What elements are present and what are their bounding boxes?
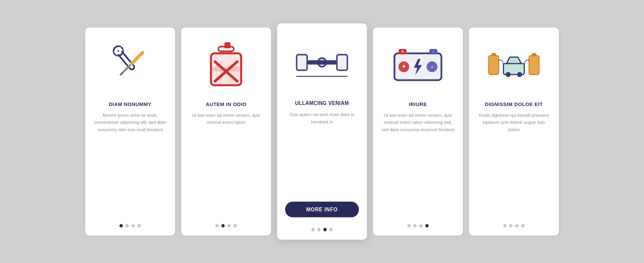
card-1-text: Morem ipsum dolor sit amet, consectetuer… <box>93 112 167 217</box>
cards-container: DIAM NONUMMY Morem ipsum dolor sit amet,… <box>72 14 572 249</box>
svg-rect-0 <box>116 49 135 70</box>
card-3-title: ULLAMCING VENIAM <box>295 100 349 106</box>
card-5-text: Kodio dignissim qui blandit praesent lup… <box>477 112 551 217</box>
dot <box>125 224 129 227</box>
svg-point-40 <box>506 72 511 77</box>
card-4-text: Ut wisi enim ad minim veniam, quis nostr… <box>381 112 455 217</box>
svg-rect-36 <box>532 53 536 56</box>
axle-icon <box>295 35 349 90</box>
dot <box>227 224 231 227</box>
dot <box>221 224 225 227</box>
dot <box>131 224 135 227</box>
card-1-title: DIAM NONUMMY <box>109 101 152 107</box>
svg-rect-35 <box>529 56 539 74</box>
battery-icon: + - + - <box>391 38 445 92</box>
dot <box>503 224 506 227</box>
card-3-text: Duis autem vel eum iriure dolor in hendr… <box>285 111 359 196</box>
dot <box>515 224 519 227</box>
card-2-title: AUTEM IN ODIO <box>206 101 247 107</box>
card-1: DIAM NONUMMY Morem ipsum dolor sit amet,… <box>85 28 175 235</box>
svg-text:-: - <box>431 63 433 70</box>
svg-rect-33 <box>489 56 499 74</box>
card-4: + - + - IRIURE Ut wisi enim ad minim ven… <box>373 28 463 235</box>
card-4-dots <box>407 224 429 227</box>
dot <box>419 224 423 227</box>
dot <box>311 228 315 231</box>
card-3-dots <box>311 228 333 231</box>
dot <box>138 224 141 227</box>
svg-rect-10 <box>224 42 230 48</box>
dot <box>413 224 417 227</box>
svg-text:-: - <box>433 49 434 54</box>
jerrycan-icon <box>199 38 253 92</box>
card-5: DIGNISSIM DOLOE EIT Kodio dignissim qui … <box>469 28 559 235</box>
svg-rect-4 <box>129 50 145 66</box>
dot <box>323 228 327 231</box>
svg-rect-17 <box>337 55 347 70</box>
more-info-button[interactable]: MORE INFO <box>285 202 359 217</box>
svg-point-20 <box>318 58 326 67</box>
svg-text:+: + <box>401 49 404 54</box>
svg-rect-13 <box>211 67 241 71</box>
card-4-title: IRIURE <box>409 101 427 107</box>
dot <box>233 224 237 227</box>
svg-text:+: + <box>402 63 406 70</box>
dot <box>317 228 321 231</box>
dot <box>407 224 411 227</box>
card-2-dots <box>215 224 237 227</box>
svg-point-41 <box>517 72 522 77</box>
svg-rect-39 <box>511 58 518 63</box>
card-2: AUTEM IN ODIO Ut wisi enim ad minim veni… <box>181 28 271 235</box>
tools-icon <box>103 38 157 92</box>
dot <box>509 224 513 227</box>
dot <box>119 224 123 227</box>
svg-rect-34 <box>491 53 496 56</box>
carwash-icon <box>487 38 541 92</box>
dot <box>215 224 219 227</box>
card-5-title: DIGNISSIM DOLOE EIT <box>485 101 543 107</box>
card-3: ULLAMCING VENIAM Duis autem vel eum iriu… <box>277 23 367 240</box>
dot <box>329 228 333 231</box>
card-1-dots <box>119 224 141 227</box>
card-5-dots <box>503 224 525 227</box>
dot <box>521 224 525 227</box>
svg-rect-15 <box>297 55 307 70</box>
dot <box>425 224 429 227</box>
card-2-text: Ut wisi enim ad minim veniam, quis nostr… <box>189 112 263 217</box>
